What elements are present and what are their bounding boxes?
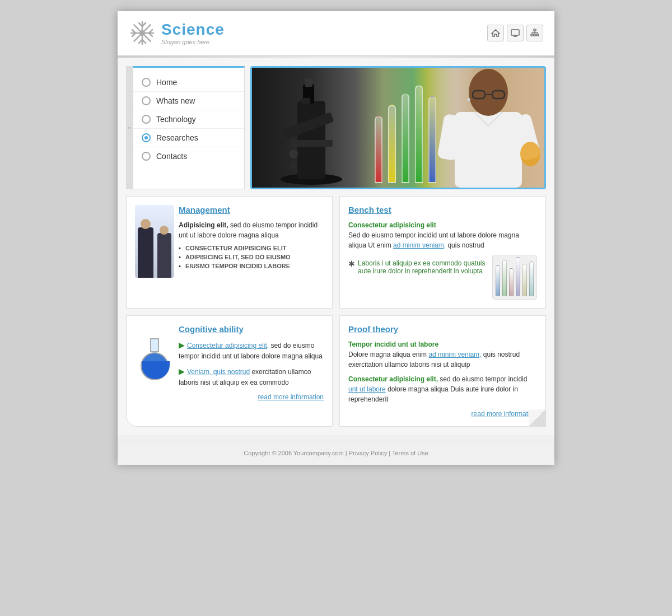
logo-icon — [129, 20, 156, 46]
sitemap-icon-button[interactable] — [526, 25, 543, 41]
bench-test-title[interactable]: Bench test — [348, 205, 537, 214]
nav-radio-whatsnew — [142, 96, 151, 105]
logo-title: Science — [161, 21, 225, 39]
nav-item-researches[interactable]: Researches — [133, 129, 244, 147]
scientist-figure — [432, 68, 544, 188]
person1-figure — [138, 227, 153, 278]
rack-tube-3 — [509, 268, 514, 296]
home-icon-button[interactable] — [487, 25, 504, 41]
proof-theory-body1-text: Dolore magna aliqua enim — [348, 351, 428, 358]
svg-point-33 — [289, 150, 298, 158]
footer-text: Copyright © 2006 Yourcompany.com | Priva… — [244, 450, 428, 456]
management-bullets: CONSECTETUR ADIPISICING ELIT ADIPISICING… — [179, 245, 324, 269]
management-panel: Management Adipisicing elit, sed do eius… — [126, 196, 333, 309]
proof-theory-body2-text: sed do eiusmo tempor incidid — [438, 375, 527, 383]
svg-point-34 — [290, 162, 297, 169]
nav-item-home[interactable]: Home — [133, 73, 244, 92]
proof-theory-panel: Proof theory Tempor incidid unt ut labor… — [339, 315, 546, 427]
cognitive-bullet2: ▶ — [179, 367, 185, 376]
flask-image — [135, 324, 174, 380]
management-content: Management Adipisicing elit, sed do eius… — [135, 205, 324, 278]
proof-theory-link2[interactable]: unt ut labore — [348, 385, 386, 393]
hero-image — [250, 66, 546, 189]
business-people-image — [135, 205, 174, 278]
header: Science Slogan goes here — [118, 11, 554, 56]
flask-shape — [141, 338, 169, 380]
bench-test-lower: ✱ Laboris i ut aliquip ex ea commodo qua… — [348, 255, 537, 300]
cognitive-body1: ▶Consectetur adipisicing elit, sed do ei… — [179, 339, 324, 361]
proof-theory-title[interactable]: Proof theory — [348, 324, 537, 334]
content-grid: Management Adipisicing elit, sed do eius… — [126, 196, 546, 427]
person2-figure — [157, 233, 171, 278]
bench-test-image — [492, 255, 537, 300]
svg-rect-32 — [290, 140, 333, 147]
flask-neck — [150, 338, 159, 352]
cognitive-bullet1: ▶ — [179, 340, 185, 349]
nav-radio-researches — [142, 133, 151, 142]
svg-rect-35 — [455, 112, 522, 188]
bench-test-body1: Consectetur adipisicing elit Sed do eius… — [348, 220, 537, 250]
cognitive-text: Cognitive ability ▶Consectetur adipisici… — [179, 324, 324, 401]
bullet-2: ADIPISICING ELIT, SED DO EIUSMO — [179, 254, 324, 260]
bench-test-green-bold: Consectetur adipisicing elit — [348, 221, 436, 229]
proof-theory-body2: Consectetur adipisicing elit, sed do eiu… — [348, 374, 537, 404]
nav-panel: Home Whats new Technology Researches — [133, 66, 245, 189]
nav-radio-contacts — [142, 152, 151, 161]
sitemap-icon — [530, 29, 539, 38]
bench-test-asterisk: ✱ Laboris i ut aliquip ex ea commodo qua… — [348, 259, 488, 275]
management-intro: Adipisicing elit, sed do eiusmo tempor i… — [179, 220, 324, 240]
rack-tube-4 — [516, 257, 520, 296]
rack-tube-6 — [529, 262, 534, 296]
svg-rect-19 — [534, 34, 536, 36]
header-icons — [487, 25, 543, 41]
nav-label-contacts: Contacts — [156, 152, 187, 161]
proof-theory-green1: Tempor incidid unt ut labore — [348, 340, 438, 348]
bench-test-asterisk-text: Laboris i ut aliquip ex ea commodo quatu… — [358, 259, 488, 275]
nav-item-contacts[interactable]: Contacts — [133, 147, 244, 165]
bench-test-asterisk-area: ✱ Laboris i ut aliquip ex ea commodo qua… — [348, 255, 488, 300]
nav-item-whatsnew[interactable]: Whats new — [133, 92, 244, 110]
svg-marker-13 — [492, 30, 500, 36]
bullet-3: EIUSMO TEMPOR INCIDID LABORE — [179, 263, 324, 269]
cognitive-read-more[interactable]: read more information — [179, 393, 324, 401]
nav-label-home: Home — [156, 78, 177, 87]
rack-tube-1 — [496, 265, 500, 296]
cognitive-content: Cognitive ability ▶Consectetur adipisici… — [135, 324, 324, 401]
proof-theory-link1[interactable]: ad minim veniam, — [428, 351, 481, 358]
cognitive-link1[interactable]: Consectetur adipisicing elit, — [187, 342, 269, 349]
management-text: Management Adipisicing elit, sed do eius… — [179, 205, 324, 278]
cognitive-title[interactable]: Cognitive ability — [179, 324, 324, 334]
logo-text-area: Science Slogan goes here — [161, 21, 225, 45]
cognitive-link2[interactable]: Veniam, quis nostrud — [187, 368, 250, 376]
svg-rect-14 — [511, 30, 519, 35]
cognitive-body2: ▶Veniam, quis nostrud exercitation ullam… — [179, 366, 324, 388]
nav-label-technology: Technology — [156, 115, 196, 124]
bench-test-link1[interactable]: ad minim veniam, — [393, 241, 446, 249]
monitor-icon-button[interactable] — [507, 25, 524, 41]
svg-rect-18 — [531, 34, 533, 36]
proof-theory-green2: Consectetur adipisicing elit, — [348, 375, 438, 383]
nav-wrapper: ↕ Home Whats new Technology — [126, 66, 245, 189]
nav-label-whatsnew: Whats new — [156, 96, 195, 105]
proof-theory-read-more[interactable]: read more information — [348, 410, 537, 418]
svg-rect-30 — [305, 78, 312, 87]
svg-rect-20 — [536, 34, 539, 36]
hero-inner — [252, 68, 544, 188]
svg-point-43 — [467, 98, 470, 101]
nav-side-arrow[interactable]: ↕ — [126, 66, 133, 189]
asterisk-symbol: ✱ — [348, 259, 355, 268]
management-title[interactable]: Management — [179, 205, 324, 214]
microscope-illustration — [267, 68, 356, 188]
svg-point-38 — [520, 142, 540, 166]
nav-label-researches: Researches — [156, 133, 198, 142]
scientist-area — [421, 68, 544, 188]
flask-liquid — [142, 361, 170, 379]
management-image — [135, 205, 174, 278]
svg-rect-31 — [301, 98, 310, 104]
footer: Copyright © 2006 Yourcompany.com | Priva… — [118, 441, 554, 465]
flask-body — [141, 352, 169, 380]
home-icon — [491, 29, 500, 38]
nav-item-technology[interactable]: Technology — [133, 110, 244, 129]
rack-tube-2 — [502, 260, 507, 296]
logo-area: Science Slogan goes here — [129, 20, 225, 46]
